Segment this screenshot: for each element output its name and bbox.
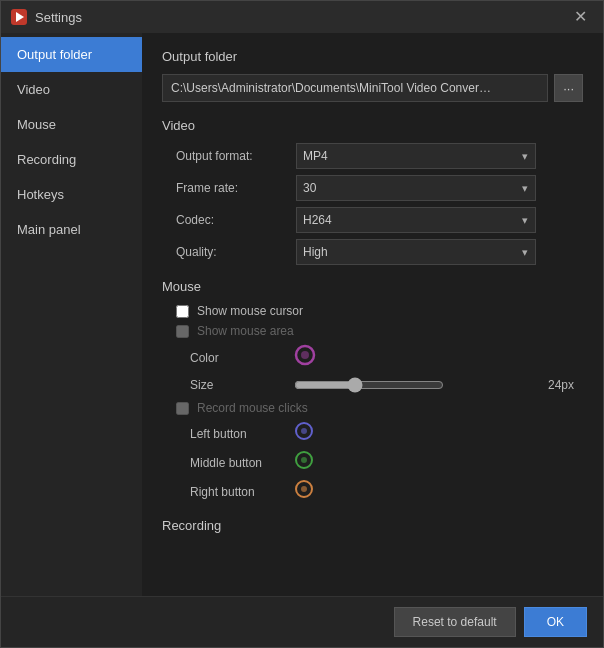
sidebar-item-mouse[interactable]: Mouse	[1, 107, 142, 142]
quality-select-wrapper: High	[296, 239, 536, 265]
ok-button[interactable]: OK	[524, 607, 587, 637]
show-area-checkbox[interactable]	[176, 325, 189, 338]
video-section-title: Video	[162, 118, 583, 133]
frame-rate-select-wrapper: 30	[296, 175, 536, 201]
show-cursor-row: Show mouse cursor	[162, 304, 583, 318]
codec-row: Codec: H264	[162, 207, 583, 233]
svg-point-9	[301, 486, 307, 492]
right-button-row: Right button	[162, 479, 583, 504]
size-label: Size	[190, 378, 294, 392]
title-bar-left: Settings	[11, 9, 82, 25]
size-value: 24px	[548, 378, 583, 392]
window-title: Settings	[35, 10, 82, 25]
show-area-label: Show mouse area	[197, 324, 294, 338]
svg-point-5	[301, 428, 307, 434]
color-row: Color	[162, 344, 583, 371]
svg-point-3	[301, 351, 309, 359]
output-format-select-wrapper: MP4	[296, 143, 536, 169]
mouse-section: Mouse Show mouse cursor Show mouse area …	[162, 279, 583, 504]
color-icon[interactable]	[294, 344, 316, 371]
sidebar-item-hotkeys[interactable]: Hotkeys	[1, 177, 142, 212]
settings-window: Settings ✕ Output folder Video Mouse Rec…	[0, 0, 604, 648]
left-button-icon	[294, 421, 314, 446]
quality-row: Quality: High	[162, 239, 583, 265]
middle-button-label: Middle button	[190, 456, 294, 470]
middle-button-icon	[294, 450, 314, 475]
app-icon	[11, 9, 27, 25]
left-button-row: Left button	[162, 421, 583, 446]
show-cursor-label: Show mouse cursor	[197, 304, 303, 318]
color-label: Color	[190, 351, 294, 365]
folder-path-input[interactable]	[162, 74, 548, 102]
reset-button[interactable]: Reset to default	[394, 607, 516, 637]
video-section: Video Output format: MP4 Frame rate: 30	[162, 118, 583, 265]
recording-section: Recording	[162, 518, 583, 533]
record-clicks-checkbox[interactable]	[176, 402, 189, 415]
quality-label: Quality:	[176, 245, 296, 259]
browse-button[interactable]: ···	[554, 74, 583, 102]
svg-point-7	[301, 457, 307, 463]
middle-button-row: Middle button	[162, 450, 583, 475]
right-button-label: Right button	[190, 485, 294, 499]
title-bar: Settings ✕	[1, 1, 603, 33]
frame-rate-row: Frame rate: 30	[162, 175, 583, 201]
output-format-row: Output format: MP4	[162, 143, 583, 169]
size-slider[interactable]	[294, 377, 444, 393]
record-clicks-label: Record mouse clicks	[197, 401, 308, 415]
sidebar-item-video[interactable]: Video	[1, 72, 142, 107]
size-row: Size 24px	[162, 377, 583, 393]
sidebar-item-recording[interactable]: Recording	[1, 142, 142, 177]
frame-rate-select[interactable]: 30	[296, 175, 536, 201]
slider-container	[294, 377, 536, 393]
sidebar: Output folder Video Mouse Recording Hotk…	[1, 33, 142, 596]
color-picker-icon	[294, 344, 316, 366]
codec-label: Codec:	[176, 213, 296, 227]
sidebar-item-output-folder[interactable]: Output folder	[1, 37, 142, 72]
right-button-icon	[294, 479, 314, 504]
main-panel: Output folder ··· Video Output format: M…	[142, 33, 603, 596]
close-button[interactable]: ✕	[568, 7, 593, 27]
footer: Reset to default OK	[1, 596, 603, 647]
quality-select[interactable]: High	[296, 239, 536, 265]
output-format-label: Output format:	[176, 149, 296, 163]
mouse-clicks-section: Left button Middle button	[162, 421, 583, 504]
show-area-row: Show mouse area	[162, 324, 583, 338]
left-button-label: Left button	[190, 427, 294, 441]
codec-select[interactable]: H264	[296, 207, 536, 233]
codec-select-wrapper: H264	[296, 207, 536, 233]
show-cursor-checkbox[interactable]	[176, 305, 189, 318]
mouse-section-title: Mouse	[162, 279, 583, 294]
sidebar-item-main-panel[interactable]: Main panel	[1, 212, 142, 247]
content-area: Output folder Video Mouse Recording Hotk…	[1, 33, 603, 596]
recording-section-title: Recording	[162, 518, 583, 533]
output-format-select[interactable]: MP4	[296, 143, 536, 169]
output-folder-row: ···	[162, 74, 583, 102]
frame-rate-label: Frame rate:	[176, 181, 296, 195]
record-clicks-row: Record mouse clicks	[162, 401, 583, 415]
output-folder-title: Output folder	[162, 49, 583, 64]
